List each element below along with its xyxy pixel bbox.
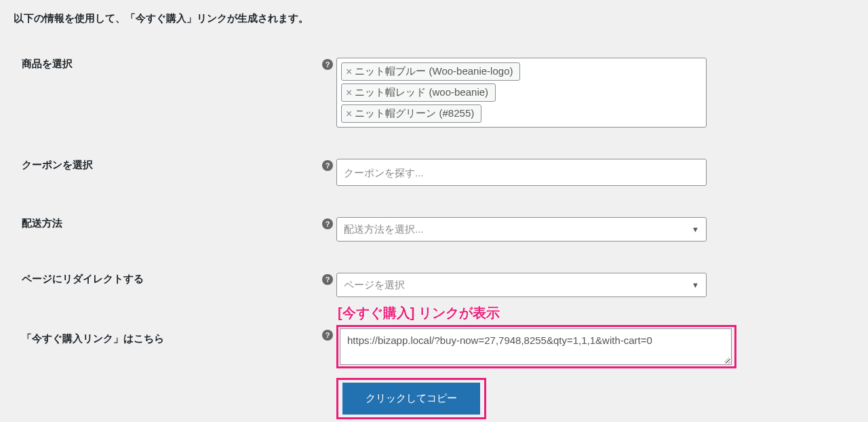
label-redirect: ページにリダイレクトする xyxy=(14,273,319,286)
label-products: 商品を選択 xyxy=(14,58,319,71)
product-tag-label: ニット帽レッド (woo-beanie) xyxy=(355,86,488,99)
label-shipping: 配送方法 xyxy=(14,217,319,230)
redirect-select[interactable]: ページを選択 ▼ xyxy=(336,273,707,297)
row-redirect: ページにリダイレクトする ? ページを選択 ▼ xyxy=(14,273,854,297)
coupon-input[interactable]: クーポンを探す... xyxy=(336,159,707,186)
help-icon[interactable]: ? xyxy=(322,160,333,171)
remove-tag-icon[interactable]: × xyxy=(346,88,352,98)
chevron-down-icon: ▼ xyxy=(692,225,699,233)
product-tag[interactable]: × ニット帽レッド (woo-beanie) xyxy=(341,83,496,102)
help-icon[interactable]: ? xyxy=(322,59,333,70)
row-coupon: クーポンを選択 ? クーポンを探す... xyxy=(14,159,854,186)
shipping-select-placeholder: 配送方法を選択... xyxy=(344,223,424,236)
intro-text: 以下の情報を使用して、「今すぐ購入」リンクが生成されます。 xyxy=(14,12,854,25)
product-tag-label: ニット帽グリーン (#8255) xyxy=(355,107,474,120)
product-tag[interactable]: × ニット帽ブルー (Woo-beanie-logo) xyxy=(341,62,520,81)
row-buy-now-link: 「今すぐ購入リンク」はこちら ? [今すぐ購入] リンクが表示 https://… xyxy=(14,328,854,419)
help-icon[interactable]: ? xyxy=(322,330,333,341)
help-icon[interactable]: ? xyxy=(322,218,333,229)
remove-tag-icon[interactable]: × xyxy=(346,66,352,77)
label-buy-now-link: 「今すぐ購入リンク」はこちら xyxy=(14,328,319,345)
shipping-select[interactable]: 配送方法を選択... ▼ xyxy=(336,217,707,242)
redirect-select-placeholder: ページを選択 xyxy=(344,279,405,292)
copy-button[interactable]: クリックしてコピー xyxy=(342,383,480,415)
row-shipping: 配送方法 ? 配送方法を選択... ▼ xyxy=(14,217,854,242)
annotation-highlight-link: https://bizapp.local/?buy-now=27,7948,82… xyxy=(336,325,736,368)
row-products: 商品を選択 ? × ニット帽ブルー (Woo-beanie-logo) × ニッ… xyxy=(14,58,854,128)
remove-tag-icon[interactable]: × xyxy=(346,109,352,119)
label-coupon: クーポンを選択 xyxy=(14,159,319,172)
help-icon[interactable]: ? xyxy=(322,274,333,285)
product-tag-label: ニット帽ブルー (Woo-beanie-logo) xyxy=(355,65,513,78)
annotation-callout: [今すぐ購入] リンクが表示 xyxy=(338,304,736,322)
chevron-down-icon: ▼ xyxy=(692,281,699,289)
annotation-highlight-button: クリックしてコピー xyxy=(336,378,486,419)
product-select[interactable]: × ニット帽ブルー (Woo-beanie-logo) × ニット帽レッド (w… xyxy=(336,58,707,128)
buy-now-link-output[interactable]: https://bizapp.local/?buy-now=27,7948,82… xyxy=(340,328,732,365)
product-tag[interactable]: × ニット帽グリーン (#8255) xyxy=(341,104,481,123)
